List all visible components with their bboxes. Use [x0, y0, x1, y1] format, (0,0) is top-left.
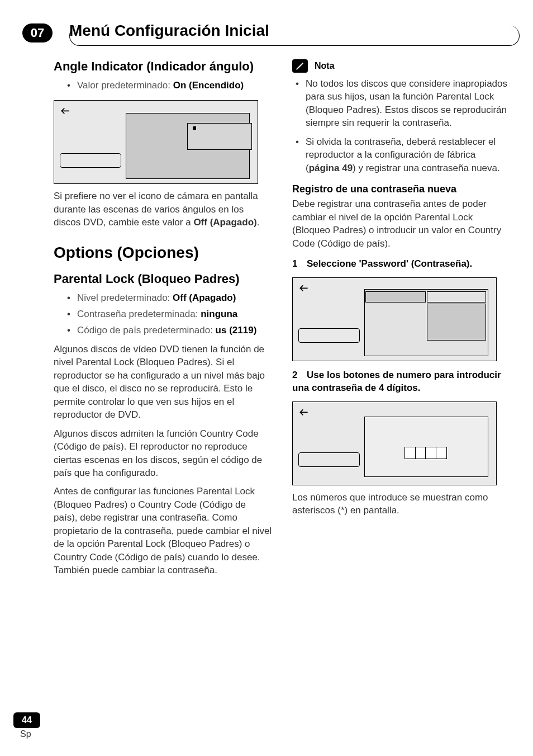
bullet-icon: • — [67, 308, 77, 321]
step-2: 2Use los botones de numero para introduc… — [292, 369, 511, 395]
osd-marker — [193, 126, 196, 130]
language-code: Sp — [20, 729, 40, 739]
parental-p1: Algunos discos de vídeo DVD tienen la fu… — [54, 343, 272, 422]
step2-text: Use los botones de numero para introduci… — [292, 370, 501, 393]
closing-para: Los números que introduce se muestran co… — [292, 491, 511, 517]
osd-row-selected — [365, 291, 426, 303]
left-column: Angle Indicator (Indicador ángulo) • Val… — [54, 59, 272, 577]
right-column: Nota • No todos los discos que considere… — [292, 59, 511, 577]
figure-password-entry — [292, 401, 497, 485]
note1-text: No todos los discos que considere inapro… — [306, 77, 511, 130]
figure-password-select — [292, 277, 497, 361]
chapter-badge: 07 — [22, 23, 53, 42]
osd-highlight — [187, 123, 252, 150]
angle-paragraph: Si prefiere no ver el icono de cámara en… — [54, 190, 272, 229]
parental-b3-label: Código de país predeterminado: — [77, 325, 216, 336]
register-heading: Registro de una contraseña nueva — [292, 183, 511, 195]
note-label: Nota — [315, 61, 335, 71]
parental-p2: Algunos discos admiten la función Countr… — [54, 427, 272, 480]
osd-left-button — [298, 328, 360, 343]
step2-num: 2 — [292, 369, 307, 382]
register-para: Debe registrar una contraseña antes de p… — [292, 197, 511, 250]
page: 07 Menú Configuración Inicial Angle Indi… — [0, 0, 533, 756]
page-footer: 44 Sp — [13, 712, 40, 739]
angle-default-label: Valor predeterminado: — [77, 80, 173, 91]
digit-box — [425, 447, 436, 459]
back-icon — [60, 106, 71, 120]
options-heading: Options (Opciones) — [54, 244, 272, 262]
chapter-title-oval — [69, 26, 520, 46]
angle-heading: Angle Indicator (Indicador ángulo) — [54, 59, 272, 74]
parental-p3: Antes de configurar las funciones Parent… — [54, 485, 272, 577]
osd-left-button — [60, 153, 121, 168]
page-number: 44 — [22, 715, 32, 725]
back-icon — [298, 408, 310, 422]
angle-default-value: On (Encendido) — [173, 80, 244, 91]
step-1: 1Seleccione 'Password' (Contraseña). — [292, 258, 511, 271]
note-bullet-1: • No todos los discos que considere inap… — [296, 77, 511, 130]
bullet-icon: • — [67, 292, 77, 305]
note2-after: ) y registrar una contraseña nueva. — [353, 163, 500, 173]
content-columns: Angle Indicator (Indicador ángulo) • Val… — [22, 59, 511, 577]
bullet-icon: • — [67, 324, 77, 337]
pencil-icon — [292, 59, 308, 73]
osd-left-button — [298, 452, 360, 467]
note-bullet-2: • Si olvida la contraseña, deberá restab… — [296, 135, 511, 174]
angle-para-after: . — [257, 217, 260, 228]
chapter-number: 07 — [31, 26, 44, 40]
parental-heading: Parental Lock (Bloqueo Padres) — [54, 272, 272, 286]
step1-text: Seleccione 'Password' (Contraseña). — [307, 258, 472, 269]
password-digit-boxes — [404, 447, 446, 459]
parental-b2: • Contraseña predeterminada: ninguna — [67, 308, 272, 321]
note2-bold: página 49 — [309, 163, 353, 173]
osd-subpane — [427, 304, 486, 341]
parental-b3-value: us (2119) — [216, 325, 257, 336]
note-header: Nota — [292, 59, 511, 73]
digit-box — [436, 447, 447, 459]
figure-angle-osd — [54, 100, 258, 184]
parental-b3: • Código de país predeterminado: us (211… — [67, 324, 272, 337]
angle-default-bullet: • Valor predeterminado: On (Encendido) — [67, 79, 272, 92]
parental-b1-value: Off (Apagado) — [173, 292, 236, 303]
parental-b1: • Nivel predeterminado: Off (Apagado) — [67, 292, 272, 305]
step1-num: 1 — [292, 258, 307, 271]
parental-b2-value: ninguna — [201, 309, 237, 319]
back-icon — [298, 284, 310, 297]
parental-b2-label: Contraseña predeterminada: — [77, 309, 201, 319]
bullet-icon: • — [296, 135, 306, 174]
bullet-icon: • — [296, 77, 306, 130]
osd-row-right — [427, 291, 486, 303]
digit-box — [404, 447, 416, 459]
bullet-icon: • — [67, 79, 77, 92]
parental-b1-label: Nivel predeterminado: — [77, 292, 173, 303]
page-number-badge: 44 — [13, 712, 40, 728]
digit-box — [415, 447, 426, 459]
angle-para-bold: Off (Apagado) — [193, 217, 256, 228]
